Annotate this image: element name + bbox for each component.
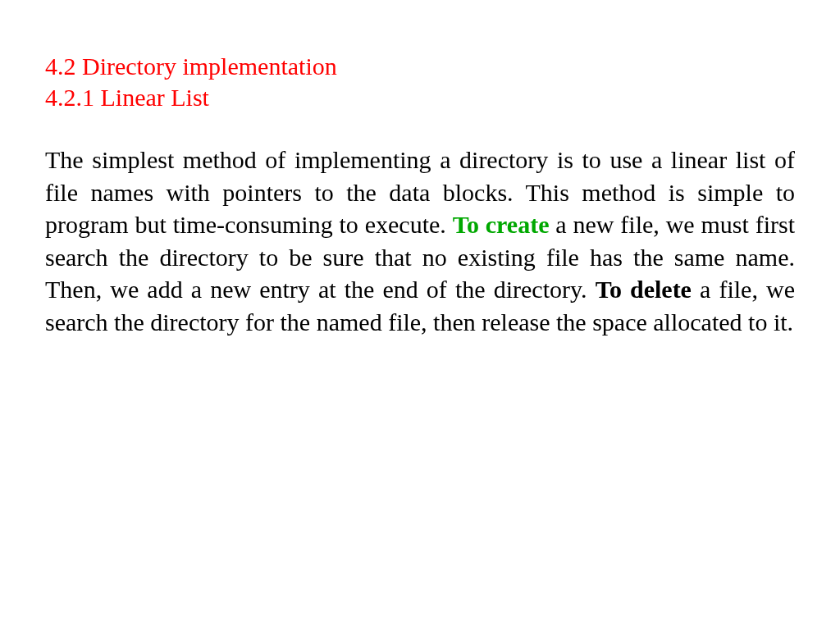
highlight-to-delete: To delete <box>596 276 692 303</box>
body-paragraph: The simplest method of implementing a di… <box>45 144 795 339</box>
highlight-to-create: To create <box>453 211 550 238</box>
subsection-heading: 4.2.1 Linear List <box>45 82 795 113</box>
section-heading: 4.2 Directory implementation <box>45 51 795 82</box>
